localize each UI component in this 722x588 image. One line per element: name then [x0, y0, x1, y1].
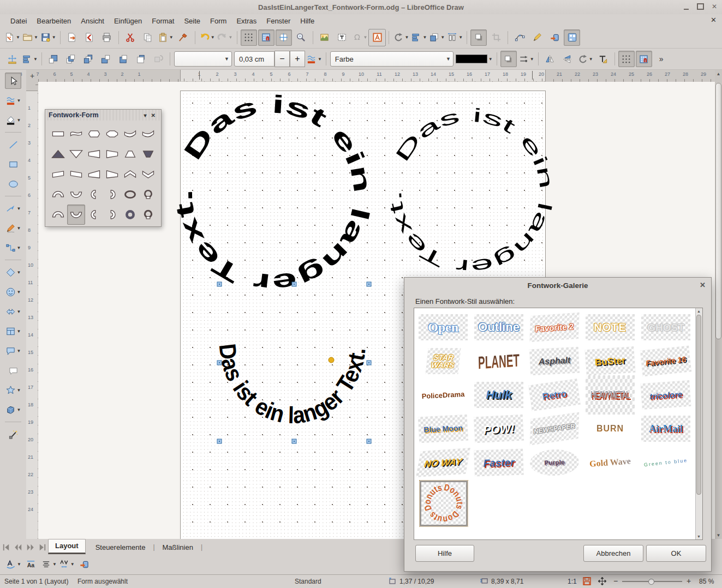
vertical-scrollbar[interactable]: ▲ ▼ — [715, 70, 722, 539]
fit-page-icon[interactable] — [598, 577, 606, 587]
fontwork-shape-arch-up-pour[interactable] — [49, 205, 67, 225]
insert-line-button[interactable] — [5, 136, 21, 153]
status-template[interactable]: Standard — [295, 578, 321, 585]
margin-mark[interactable] — [199, 71, 200, 80]
status-scale[interactable]: 1:1 — [568, 578, 577, 585]
vertical-ruler[interactable]: 123456789101112131415161718192021222324 — [26, 82, 39, 539]
fontwork-circle-bold[interactable]: Das ist ein langer Text. — [169, 90, 378, 298]
block-arrows-button[interactable]: ▼ — [5, 303, 22, 320]
fontwork-style-greentoblue[interactable]: Green to blue — [638, 446, 694, 479]
status-zoom[interactable]: 85 % — [699, 578, 714, 585]
fontwork-shape-curve-down[interactable] — [139, 124, 157, 144]
zoom-in-icon[interactable]: + — [687, 577, 691, 585]
fontwork-character-spacing-button[interactable]: ▼ — [58, 556, 75, 573]
fontwork-shape-button[interactable]: ▼ — [5, 556, 22, 573]
decrease-line-width[interactable]: − — [275, 51, 290, 67]
redo-button[interactable]: ▼ — [217, 29, 234, 46]
bring-forward-button[interactable] — [63, 51, 79, 67]
minimize-button[interactable] — [682, 2, 690, 11]
fontwork-style-policedrama[interactable]: PoliceDrama — [415, 378, 471, 412]
callouts-button[interactable]: ▼ — [5, 343, 22, 359]
toolbar-overflow-button[interactable]: » — [653, 51, 670, 67]
zoom-slider-thumb[interactable] — [648, 579, 654, 585]
panel-close-icon[interactable]: ✕ — [149, 112, 158, 118]
bring-to-front-button[interactable] — [45, 51, 62, 67]
fontwork-gallery-button[interactable] — [76, 556, 93, 573]
zoom-out-icon[interactable]: − — [613, 577, 618, 585]
transformations-button[interactable] — [595, 51, 611, 67]
rotate-button[interactable]: ▼ — [577, 51, 594, 67]
edit-points-button[interactable] — [511, 29, 528, 46]
panel-menu-icon[interactable]: ▾ — [142, 112, 149, 118]
line-color-button[interactable]: ▼ — [306, 51, 323, 67]
lines-and-arrows-button[interactable]: ▼ — [5, 200, 22, 217]
last-layer-button[interactable] — [37, 542, 47, 553]
distribute-button[interactable]: ▼ — [446, 29, 463, 46]
fontwork-style-favorite16[interactable]: Favorite 16 — [638, 344, 694, 378]
paste-button[interactable]: ▼ — [157, 29, 174, 46]
fontwork-shape-circle-curve[interactable] — [121, 184, 139, 205]
fontwork-shape-fade-right[interactable] — [85, 144, 103, 164]
fontwork-shape-chevron-up[interactable] — [121, 164, 139, 184]
unsaved-changes-icon[interactable] — [583, 577, 591, 587]
horizontal-ruler[interactable]: 8765432112345678910111213141516171819202… — [38, 70, 715, 82]
fontwork-arch-down-selected[interactable]: Das ist ein langer Text. — [214, 343, 370, 429]
fontwork-style-newspaper[interactable]: NEWSPAPER — [527, 412, 582, 446]
layer-tab-steuerelemente[interactable]: Steuerelemente — [89, 541, 152, 554]
fill-color-button[interactable]: ▼ — [5, 112, 22, 128]
fontwork-shape-inflate[interactable] — [85, 124, 103, 144]
help-button[interactable]: Hilfe — [415, 545, 474, 562]
fontwork-adjust-handle[interactable] — [329, 357, 334, 363]
menu-extras[interactable]: Extras — [231, 16, 261, 26]
fontwork-style-favorite2[interactable]: Favorite 2 — [527, 310, 582, 344]
gallery-scroll-up-icon[interactable]: ▲ — [696, 308, 702, 314]
fontwork-style-starwars[interactable]: STAR WARS — [415, 344, 471, 378]
fontwork-shape-arch-right-curve[interactable] — [103, 184, 121, 205]
fontwork-style-purple[interactable]: Purple — [527, 446, 582, 479]
gluepoints-button[interactable] — [529, 29, 545, 46]
fontwork-style-bluemoon[interactable]: Blue Moon — [415, 412, 471, 446]
layer-tab-maßlinien[interactable]: Maßlinien — [156, 541, 200, 554]
show-draw-functions-button[interactable] — [564, 29, 580, 46]
fontwork-shape-triangle-down[interactable] — [67, 144, 85, 164]
fontwork-shape-slant-up[interactable] — [49, 164, 67, 184]
reverse-button[interactable] — [150, 51, 166, 67]
fontwork-style-list[interactable]: OpenOutlineFavorite 2NOTEGHOSTSTAR WARSP… — [414, 308, 703, 540]
fontwork-style-asphalt[interactable]: Asphalt — [527, 344, 582, 378]
rectangle-button[interactable] — [5, 156, 21, 172]
export-pdf-button[interactable] — [81, 29, 98, 46]
dialog-close-icon[interactable]: ✕ — [700, 281, 706, 289]
flowchart-button[interactable]: ▼ — [5, 323, 22, 339]
flip-vertically-button[interactable] — [542, 51, 558, 67]
menu-bearbeiten[interactable]: Bearbeiten — [32, 16, 76, 26]
curves-and-polygons-button[interactable]: ▼ — [5, 220, 22, 236]
crop-button[interactable] — [488, 29, 504, 46]
gallery-scroll-down-icon[interactable]: ▼ — [696, 533, 702, 539]
fontwork-style-airmail[interactable]: AirMail — [638, 412, 694, 446]
helplines-while-moving-button[interactable] — [276, 29, 292, 46]
fontwork-shape-arch-left-pour[interactable] — [85, 205, 103, 225]
save-button[interactable]: ▼ — [40, 29, 57, 46]
fontwork-style-open[interactable]: Open — [415, 310, 471, 344]
shadow-button[interactable] — [500, 51, 517, 67]
fontwork-shape-arch-down-curve[interactable] — [67, 184, 85, 205]
in-front-of-object-button[interactable] — [115, 51, 132, 67]
fontwork-shape-stop[interactable] — [103, 124, 121, 144]
fontwork-shape-fade-up[interactable] — [121, 144, 139, 164]
symbol-shapes-button[interactable]: ▼ — [5, 284, 22, 300]
vertical-scrollbar-thumb[interactable] — [715, 83, 721, 339]
fontwork-style-burn[interactable]: BURN — [582, 412, 638, 446]
fontwork-style-heavymetal[interactable]: HEAVYMETAL — [582, 378, 638, 412]
fontwork-style-faster[interactable]: Faster — [471, 446, 527, 479]
clone-formatting-button[interactable] — [175, 29, 192, 46]
position-size-button[interactable] — [4, 51, 20, 67]
line-width-input[interactable]: 0,03 cm — [234, 51, 275, 67]
menu-einfgen[interactable]: Einfügen — [109, 16, 147, 26]
snap-to-grid-button[interactable] — [258, 29, 275, 46]
special-character-button[interactable]: Ω▼ — [351, 29, 368, 46]
behind-object-button[interactable] — [133, 51, 149, 67]
fontwork-style-retro[interactable]: Retro — [527, 378, 582, 412]
shadow-button[interactable] — [470, 29, 487, 46]
new-document-button[interactable]: ▼ — [4, 29, 21, 46]
stars-and-banners-button[interactable]: ▼ — [5, 382, 22, 398]
